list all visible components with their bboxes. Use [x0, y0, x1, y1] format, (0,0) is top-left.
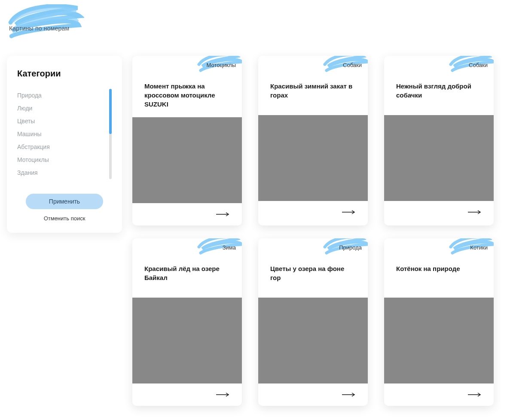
site-logo[interactable]: Картины по номерам: [7, 4, 84, 47]
card-image: [258, 298, 368, 383]
sidebar-heading: Категории: [17, 69, 112, 79]
product-card[interactable]: Мотоциклы Момент прыжка на кроссовом мот…: [132, 56, 242, 225]
product-card[interactable]: Природа Цветы у озера на фоне гор: [258, 238, 368, 406]
arrow-right-icon[interactable]: [216, 393, 230, 397]
card-title: Котёнок на природе: [396, 264, 482, 273]
product-card[interactable]: Зима Красивый лёд на озере Байкал: [132, 238, 242, 406]
brush-icon: [7, 4, 84, 41]
scrollbar-thumb[interactable]: [109, 89, 112, 134]
arrow-right-icon[interactable]: [216, 212, 230, 216]
category-list: Природа Люди Цветы Машины Абстракция Мот…: [17, 89, 104, 179]
card-image: [132, 298, 242, 383]
card-image: [384, 298, 494, 383]
card-title: Красивый зимний закат в горах: [270, 82, 356, 100]
cancel-search-link[interactable]: Отменить поиск: [17, 215, 112, 222]
card-image: [132, 117, 242, 203]
category-item[interactable]: Мотоциклы: [17, 153, 104, 166]
arrow-right-icon[interactable]: [342, 210, 356, 214]
product-card[interactable]: Собаки Красивый зимний закат в горах: [258, 56, 368, 225]
category-item[interactable]: Абстракция: [17, 140, 104, 153]
arrow-right-icon[interactable]: [468, 393, 482, 397]
category-item[interactable]: Природа: [17, 89, 104, 102]
category-item[interactable]: Машины: [17, 128, 104, 140]
category-scrollbar[interactable]: [109, 89, 112, 179]
card-title: Момент прыжка на кроссовом мотоцикле SUZ…: [144, 82, 230, 109]
product-card[interactable]: Котики Котёнок на природе: [384, 238, 494, 406]
category-item[interactable]: Цветы: [17, 115, 104, 128]
card-title: Нежный взгляд доброй собачки: [396, 82, 482, 100]
card-title: Цветы у озера на фоне гор: [270, 264, 356, 282]
product-grid: Мотоциклы Момент прыжка на кроссовом мот…: [132, 56, 500, 406]
category-item[interactable]: Люди: [17, 102, 104, 115]
arrow-right-icon[interactable]: [342, 393, 356, 397]
category-item[interactable]: Здания: [17, 166, 104, 179]
arrow-right-icon[interactable]: [468, 210, 482, 214]
product-card[interactable]: Собаки Нежный взгляд доброй собачки: [384, 56, 494, 225]
card-image: [384, 115, 494, 201]
card-title: Красивый лёд на озере Байкал: [144, 264, 230, 282]
apply-button[interactable]: Применить: [26, 194, 103, 209]
site-title: Картины по номерам: [9, 25, 69, 32]
category-sidebar: Категории Природа Люди Цветы Машины Абст…: [7, 56, 122, 233]
card-image: [258, 115, 368, 201]
